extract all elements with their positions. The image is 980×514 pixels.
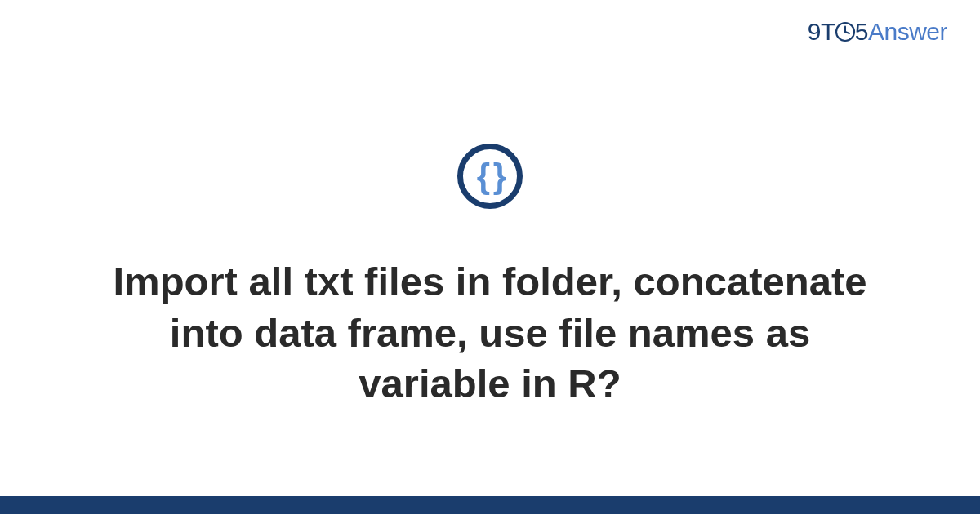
code-braces-icon: { }: [477, 157, 503, 196]
main-content: { } Import all txt files in folder, conc…: [0, 0, 980, 496]
footer-bar: [0, 496, 980, 514]
question-title: Import all txt files in folder, concaten…: [98, 256, 882, 410]
category-icon-circle: { }: [457, 144, 523, 209]
